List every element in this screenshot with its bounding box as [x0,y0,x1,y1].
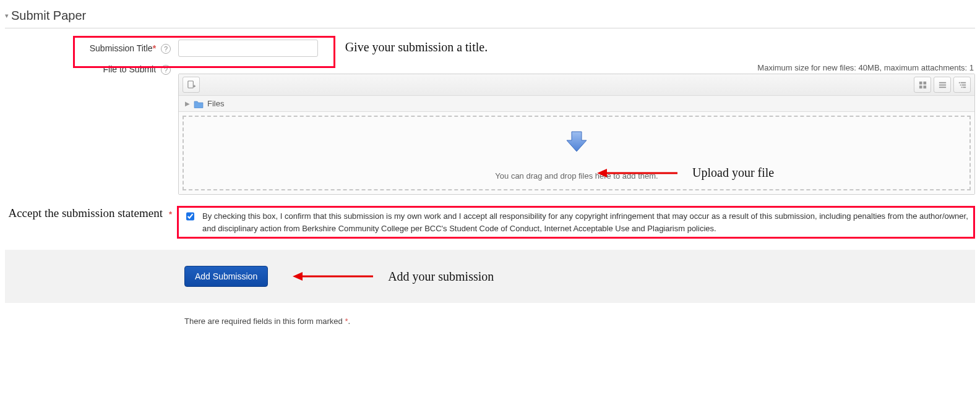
view-list-button[interactable] [934,77,951,93]
dropzone-text: You can drag and drop files here to add … [495,171,658,181]
file-toolbar [179,74,974,96]
svg-rect-13 [963,87,966,88]
svg-rect-0 [187,80,192,87]
section-header: ▾ Submit Paper [5,5,975,28]
file-panel: ▶ Files [178,74,975,195]
annotation-add-text: Add your submission [388,270,494,284]
file-submit-label: File to Submit ? [5,63,178,75]
help-icon[interactable]: ? [161,44,171,54]
breadcrumb-label: Files [207,99,224,108]
file-size-info: Maximum size for new files: 40MB, maximu… [178,63,975,72]
statement-checkbox[interactable] [186,211,194,221]
svg-rect-11 [961,84,966,85]
svg-rect-5 [939,82,945,83]
submission-title-label: Submission Title* ? [5,40,178,54]
required-note-suffix: . [348,317,350,326]
svg-rect-10 [960,84,961,85]
chevron-right-icon: ▶ [185,100,190,107]
view-grid-button[interactable] [914,77,931,93]
svg-rect-6 [939,84,945,85]
section-title: Submit Paper [11,9,86,23]
add-submission-button[interactable]: Add Submission [184,266,268,287]
svg-rect-4 [923,85,926,88]
file-submit-row: File to Submit ? Maximum size for new fi… [5,63,975,195]
file-dropzone[interactable]: You can drag and drop files here to add … [183,116,971,190]
svg-rect-1 [919,81,922,84]
arrow-left-icon [293,270,373,283]
add-file-button[interactable] [183,77,200,93]
view-tree-button[interactable] [953,77,971,93]
svg-rect-2 [923,81,926,84]
submission-title-input[interactable] [178,40,318,57]
annotation-add: Add your submission [293,270,494,284]
svg-rect-7 [939,87,945,88]
submission-title-label-text: Submission Title [90,43,153,53]
submit-bar: Add Submission Add your submission [5,250,975,303]
required-marker: * [169,206,177,219]
svg-marker-17 [293,272,303,281]
help-icon[interactable]: ? [161,65,171,75]
svg-rect-9 [960,82,965,83]
file-submit-label-text: File to Submit [103,64,157,74]
statement-box: By checking this box, I confirm that thi… [177,206,975,239]
submission-title-row: Submission Title* ? Give your submission… [5,40,975,57]
file-breadcrumb[interactable]: ▶ Files [179,96,974,112]
svg-rect-12 [961,87,962,88]
annotation-title-hint: Give your submission a title. [345,40,488,54]
required-note: There are required fields in this form m… [5,303,975,326]
statement-row: Accept the submission statement * By che… [5,206,975,239]
folder-icon [194,100,204,108]
annotation-statement-text: Accept the submission statement [5,206,169,221]
statement-text: By checking this box, I confirm that thi… [202,210,968,234]
download-arrow-icon [564,129,589,154]
required-marker: * [153,43,156,53]
svg-rect-3 [919,85,922,88]
required-note-prefix: There are required fields in this form m… [184,317,345,326]
collapse-toggle-icon[interactable]: ▾ [5,12,9,20]
svg-rect-8 [958,82,960,83]
